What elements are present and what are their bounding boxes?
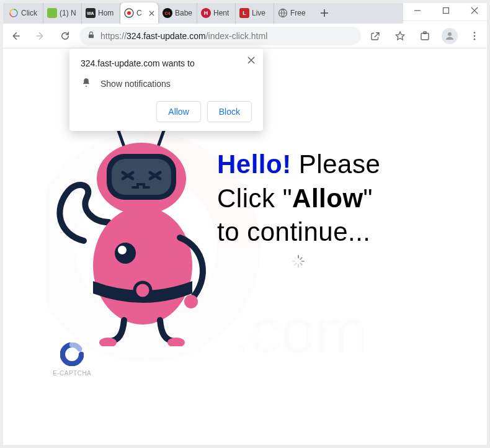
svg-rect-10 <box>424 32 427 34</box>
svg-point-5 <box>127 11 131 15</box>
permission-origin: 324.fast-update.com wants to <box>81 58 252 68</box>
tab-current[interactable]: C <box>120 2 159 24</box>
captcha-badge: E-CAPTCHA <box>53 343 91 377</box>
tab-label: Hom <box>98 9 114 17</box>
close-window-button[interactable] <box>460 0 489 21</box>
browser-toolbar: https://324.fast-update.com/index-click.… <box>0 24 490 48</box>
text: to continue... <box>217 217 371 246</box>
text: Please <box>292 150 381 179</box>
allow-word: Allow <box>292 184 363 213</box>
favicon-l-icon: L <box>239 8 249 18</box>
minimize-button[interactable] <box>403 0 432 21</box>
captcha-logo-icon <box>60 343 84 366</box>
svg-line-35 <box>300 263 302 265</box>
tab-label: C <box>136 9 142 17</box>
favicon-h-icon: H <box>201 8 211 18</box>
tab-strip: Click (1) N WA Hom C C4 Babe H Hent L Li… <box>0 0 403 24</box>
robot-illustration <box>50 123 217 349</box>
bookmark-button[interactable] <box>390 25 411 47</box>
loading-spinner-icon <box>292 254 305 268</box>
tab-label: Live <box>252 9 265 17</box>
tab-label: Click <box>21 9 37 17</box>
hello-word: Hello! <box>217 150 292 179</box>
svg-point-12 <box>474 32 476 34</box>
avatar-icon <box>442 28 458 44</box>
tab-label: Free <box>290 9 306 17</box>
tab-hent[interactable]: H Hent <box>197 2 236 24</box>
svg-rect-8 <box>89 34 94 38</box>
favicon-globe-icon <box>278 8 288 18</box>
svg-line-33 <box>300 258 302 259</box>
extensions-button[interactable] <box>414 25 435 47</box>
url-text: https://324.fast-update.com/index-click.… <box>100 31 267 41</box>
forward-button[interactable] <box>30 25 51 47</box>
svg-line-39 <box>295 258 296 259</box>
svg-point-14 <box>474 38 476 40</box>
favicon-spinner-icon <box>9 8 19 18</box>
svg-text:.com: .com <box>233 296 367 365</box>
profile-button[interactable] <box>439 25 460 47</box>
svg-point-11 <box>448 32 452 36</box>
tab-label: Hent <box>213 9 229 17</box>
text: Click " <box>217 184 292 213</box>
permission-capability: Show notifications <box>100 79 171 89</box>
favicon-wa-icon: WA <box>86 8 96 18</box>
favicon-c4-icon: C4 <box>163 8 172 18</box>
maximize-button[interactable] <box>432 0 460 21</box>
svg-rect-29 <box>112 159 171 195</box>
favicon-record-icon <box>124 8 134 18</box>
svg-point-19 <box>135 282 151 298</box>
tab-home[interactable]: WA Hom <box>82 2 120 24</box>
favicon-green-icon <box>47 8 57 18</box>
svg-rect-9 <box>421 33 429 40</box>
text: " <box>363 184 373 213</box>
menu-button[interactable] <box>464 25 485 47</box>
main-message: Hello! Please Click "Allow" to continue.… <box>217 148 478 249</box>
bell-icon <box>81 77 92 90</box>
back-button[interactable] <box>5 25 26 47</box>
svg-point-20 <box>115 243 136 264</box>
dialog-close-button[interactable] <box>246 55 257 66</box>
tab-live[interactable]: L Live <box>236 2 274 24</box>
tab-free[interactable]: Free <box>274 2 313 24</box>
svg-point-21 <box>118 246 127 254</box>
lock-icon <box>87 30 96 41</box>
svg-point-18 <box>93 207 192 325</box>
svg-point-13 <box>474 35 476 37</box>
svg-line-23 <box>118 129 124 146</box>
tab-notifications[interactable]: (1) N <box>43 2 82 24</box>
address-bar[interactable]: https://324.fast-update.com/index-click.… <box>79 27 361 45</box>
block-button[interactable]: Block <box>207 101 252 122</box>
tab-babe[interactable]: C4 Babe <box>159 2 197 24</box>
close-icon[interactable] <box>147 9 156 17</box>
tab-label: (1) N <box>60 9 76 17</box>
reload-button[interactable] <box>55 25 76 47</box>
share-button[interactable] <box>365 25 386 47</box>
notification-permission-dialog: 324.fast-update.com wants to Show notifi… <box>69 48 263 131</box>
svg-line-25 <box>158 129 164 146</box>
new-tab-button[interactable] <box>315 4 334 22</box>
tab-label: Babe <box>175 9 192 17</box>
svg-rect-7 <box>443 7 449 13</box>
tab-click[interactable]: Click <box>5 2 43 24</box>
svg-point-22 <box>184 295 198 308</box>
captcha-label: E-CAPTCHA <box>53 370 91 377</box>
allow-button[interactable]: Allow <box>156 101 200 122</box>
svg-line-37 <box>295 263 296 265</box>
